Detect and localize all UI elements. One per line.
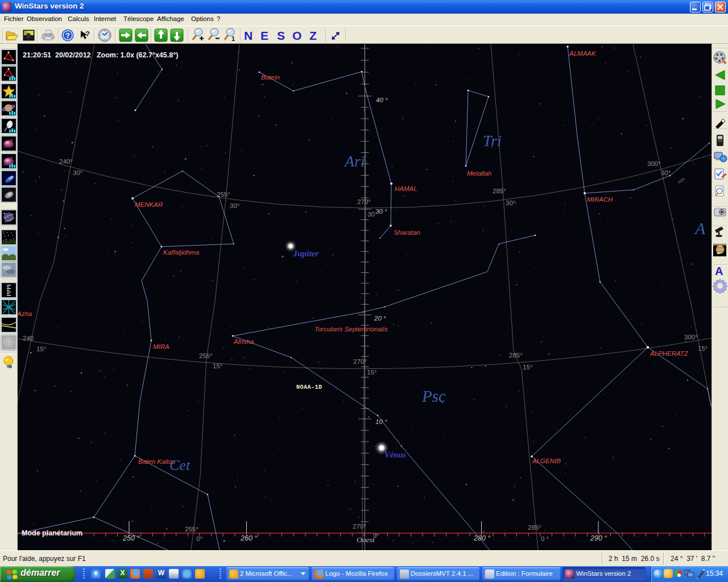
svg-text:Vénus: Vénus [384,450,406,459]
svg-text:A: A [715,265,723,277]
svg-text:N: N [244,29,253,42]
svg-text:10 °: 10 ° [375,418,387,425]
svg-text:30°: 30° [73,169,82,176]
svg-text:Sharatan: Sharatan [394,229,420,236]
svg-text:ALMAAK: ALMAAK [569,50,597,57]
svg-text:15°: 15° [698,345,708,352]
svg-text:15°: 15° [213,363,222,369]
svg-text:Torcularis Septentrionalis: Torcularis Septentrionalis [315,326,388,332]
svg-text:Ari: Ari [344,152,365,170]
svg-text:30°: 30° [506,199,515,206]
svg-text:30°: 30° [230,202,239,209]
svg-text:40 °: 40 ° [376,97,388,103]
svg-text:Alrisha: Alrisha [233,338,254,345]
svg-text:Psc: Psc [421,387,446,405]
svg-text:Z: Z [309,29,317,42]
svg-text:15°: 15° [367,369,377,376]
svg-text:Botein: Botein [261,74,280,81]
svg-text:ALPHERATZ: ALPHERATZ [650,350,689,357]
svg-text:285°: 285° [528,524,541,531]
svg-text:Dheneb: Dheneb [209,549,233,550]
svg-text:255°: 255° [199,352,213,359]
svg-text:A: A [694,219,706,238]
svg-text:270°: 270° [353,523,366,530]
svg-text:290 °: 290 ° [590,534,607,542]
svg-text:MIRACH: MIRACH [587,196,613,203]
svg-text:?: ? [85,30,90,38]
svg-text:240°: 240° [59,158,73,165]
svg-text:255°: 255° [185,526,198,533]
svg-text:HAMAL: HAMAL [395,185,417,192]
svg-text:0 °: 0 ° [541,535,549,542]
svg-text:Ouest: Ouest [357,535,375,544]
svg-text:300°: 300° [684,334,698,340]
svg-text:MIRA: MIRA [153,343,169,350]
svg-text:?: ? [65,31,70,40]
svg-text:30: 30 [367,211,375,218]
svg-text:21:20:51 20/02/2012 Zoom: 1: 21:20:51 20/02/2012 Zoom: 1.0x (62.7°x45… [23,51,178,59]
svg-text:Kaffaljidhma: Kaffaljidhma [163,249,199,256]
svg-text:300°: 300° [647,160,661,167]
svg-text:250 °: 250 ° [122,534,139,542]
svg-text:Cet: Cet [169,457,191,473]
svg-text:Azha: Azha [18,310,32,317]
svg-text:15°: 15° [523,364,532,371]
svg-text:Metallah: Metallah [467,170,491,177]
svg-text:E: E [260,29,268,42]
svg-text:30 °: 30 ° [375,208,387,215]
svg-text:20 °: 20 ° [374,315,386,322]
svg-text:MENKAR: MENKAR [135,201,163,208]
svg-text:285°: 285° [509,352,523,359]
svg-text:Mode planétarium: Mode planétarium [22,529,82,537]
svg-text:O: O [292,29,301,42]
svg-text:15°: 15° [36,346,46,352]
svg-text:270°: 270° [357,198,371,205]
svg-text:30°: 30° [661,169,671,176]
svg-text:285°: 285° [493,188,506,194]
svg-text:240: 240 [23,335,34,342]
svg-text:1: 1 [231,35,235,42]
svg-text:Tri: Tri [483,132,502,149]
svg-text:S: S [277,29,285,42]
svg-text:260 °: 260 ° [240,534,257,542]
svg-text:NOAA-1D: NOAA-1D [296,384,322,390]
svg-text:ALGENIB: ALGENIB [532,458,561,464]
svg-text:Jupiter: Jupiter [292,248,320,258]
